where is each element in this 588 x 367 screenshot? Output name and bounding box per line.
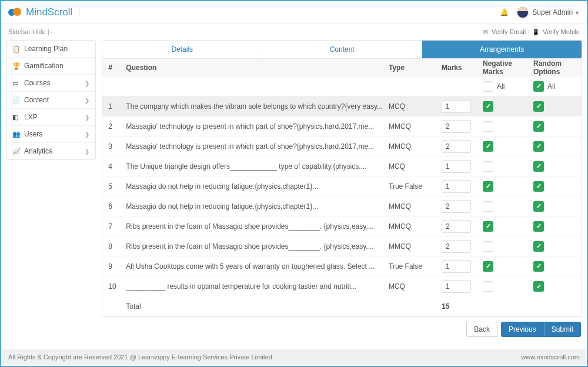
marks-input[interactable]	[442, 220, 471, 233]
negative-marks-checkbox[interactable]	[483, 141, 493, 152]
marks-input[interactable]	[442, 240, 471, 253]
table-row[interactable]: 9All Usha Cooktops come with 5 years of …	[102, 256, 582, 276]
negative-marks-checkbox[interactable]	[483, 121, 493, 132]
marks-input[interactable]	[442, 120, 471, 133]
random-options-checkbox[interactable]	[533, 261, 544, 272]
marks-input[interactable]	[442, 140, 471, 153]
marks-input[interactable]	[442, 200, 471, 213]
sidebar-icon: ◧	[12, 114, 21, 121]
negative-marks-checkbox[interactable]	[483, 281, 493, 292]
row-number: 6	[108, 202, 126, 211]
tab-bar: Details Content Arrangements	[102, 40, 582, 59]
brand-text: MindScroll	[26, 6, 72, 18]
table-header-row: # Question Type Marks Negative Marks Ran…	[102, 59, 582, 76]
negative-marks-checkbox[interactable]	[483, 221, 493, 232]
sidebar-hide-toggle[interactable]: Sidebar Hide |←	[8, 28, 56, 35]
sidebar-item-analytics[interactable]: 📈Analytics❯	[6, 143, 95, 159]
row-question: __________ results in optimal temperatur…	[126, 282, 389, 291]
table-row[interactable]: 3Massagio' technology is present in whic…	[102, 136, 582, 156]
negative-marks-checkbox[interactable]	[483, 261, 493, 272]
table-row[interactable]: 7Ribs present in the foam of Massagio sh…	[102, 216, 582, 236]
sidebar-item-content[interactable]: 📄Content❯	[6, 92, 95, 109]
avatar[interactable]	[517, 6, 529, 18]
table-row[interactable]: 8Ribs present in the foam of Massagio sh…	[102, 236, 582, 256]
random-options-checkbox[interactable]	[533, 121, 544, 132]
sidebar-item-learning-plan[interactable]: 📋Learning Plan	[6, 41, 95, 58]
page-footer: All Rights & Copyright are Reserved 2021…	[2, 349, 586, 365]
back-button[interactable]: Back	[466, 322, 497, 337]
brand-logo[interactable]: MindScroll	[8, 6, 72, 18]
negative-marks-checkbox[interactable]	[483, 181, 493, 192]
action-buttons: Back Previous Submit	[102, 317, 582, 339]
marks-input[interactable]	[442, 160, 471, 173]
row-type: MCQ	[389, 162, 442, 171]
tab-arrangements[interactable]: Arrangements	[422, 41, 582, 58]
random-options-checkbox[interactable]	[533, 241, 544, 252]
sidebar-item-gamification[interactable]: 🏆Gamification	[6, 58, 95, 75]
sidebar-label: Courses	[24, 79, 85, 87]
total-marks: 15	[442, 302, 483, 311]
random-options-checkbox[interactable]	[533, 181, 544, 192]
previous-button[interactable]: Previous	[501, 322, 544, 337]
questions-table: # Question Type Marks Negative Marks Ran…	[102, 59, 582, 317]
sidebar-label: Learning Plan	[24, 45, 89, 53]
chevron-right-icon: ❯	[85, 114, 89, 121]
random-options-checkbox[interactable]	[533, 161, 544, 172]
marks-input[interactable]	[442, 100, 471, 113]
negative-marks-checkbox[interactable]	[483, 161, 493, 172]
app-header: MindScroll | 🔔 Super Admin▼	[1, 1, 587, 24]
sidebar-label: Analytics	[24, 147, 85, 155]
table-row[interactable]: 2Massagio' technology is present in whic…	[102, 116, 582, 136]
table-row[interactable]: 1The company which makes the vibram sole…	[102, 96, 582, 116]
random-options-all-checkbox[interactable]	[533, 81, 544, 92]
row-question: Ribs present in the foam of Massagio sho…	[126, 242, 389, 251]
sidebar-item-users[interactable]: 👥Users❯	[6, 126, 95, 143]
row-number: 7	[108, 222, 126, 231]
table-row[interactable]: 4The Unique triangle design offers______…	[102, 156, 582, 176]
sidebar-label: Gamification	[24, 62, 89, 70]
marks-input[interactable]	[442, 280, 471, 293]
tab-content[interactable]: Content	[262, 41, 422, 58]
chevron-right-icon: ❯	[85, 97, 89, 104]
random-options-checkbox[interactable]	[533, 201, 544, 212]
chevron-down-icon: ▼	[574, 10, 580, 16]
random-options-checkbox[interactable]	[533, 221, 544, 232]
bell-icon[interactable]: 🔔	[500, 8, 509, 16]
row-question: The Unique triangle design offers_______…	[126, 162, 389, 171]
table-row[interactable]: 6Massagio do not help in reducing fatigu…	[102, 196, 582, 216]
user-menu[interactable]: Super Admin▼	[532, 8, 580, 16]
sidebar-icon: 👥	[12, 131, 21, 138]
logo-icon	[8, 8, 22, 17]
marks-input[interactable]	[442, 260, 471, 273]
header-separator: |	[78, 8, 80, 16]
verify-email-link[interactable]: Verify Email	[492, 28, 526, 35]
row-type: MMCQ	[389, 202, 442, 211]
random-options-checkbox[interactable]	[533, 141, 544, 152]
negative-marks-checkbox[interactable]	[483, 201, 493, 212]
random-options-checkbox[interactable]	[533, 101, 544, 112]
sidebar-item-lxp[interactable]: ◧LXP❯	[6, 109, 95, 126]
row-type: MCQ	[389, 102, 442, 111]
submit-button[interactable]: Submit	[544, 322, 581, 337]
sub-header: Sidebar Hide |← ✉ Verify Email | 📱 Verif…	[1, 24, 587, 40]
table-filter-row: All All	[102, 76, 582, 96]
negative-marks-all-checkbox[interactable]	[483, 81, 493, 92]
random-options-checkbox[interactable]	[533, 281, 544, 292]
tab-details[interactable]: Details	[102, 41, 262, 58]
verify-mobile-link[interactable]: Verify Mobile	[543, 28, 580, 35]
col-negative-marks: Negative Marks	[483, 59, 533, 76]
negative-marks-checkbox[interactable]	[483, 241, 493, 252]
marks-input[interactable]	[442, 180, 471, 193]
random-options-all-label: All	[547, 82, 555, 91]
col-type: Type	[389, 64, 442, 72]
sidebar-item-courses[interactable]: ▭Courses❯	[6, 75, 95, 92]
row-number: 5	[108, 182, 126, 191]
negative-marks-checkbox[interactable]	[483, 101, 493, 112]
copyright-text: All Rights & Copyright are Reserved 2021…	[8, 353, 272, 361]
table-row[interactable]: 5Massagio do not help in reducing fatigu…	[102, 176, 582, 196]
site-link[interactable]: www.mindscroll.com	[521, 353, 580, 361]
table-row[interactable]: 10__________ results in optimal temperat…	[102, 276, 582, 296]
row-number: 2	[108, 122, 126, 131]
sidebar-icon: 📄	[12, 96, 21, 104]
mail-icon: ✉	[483, 28, 488, 36]
